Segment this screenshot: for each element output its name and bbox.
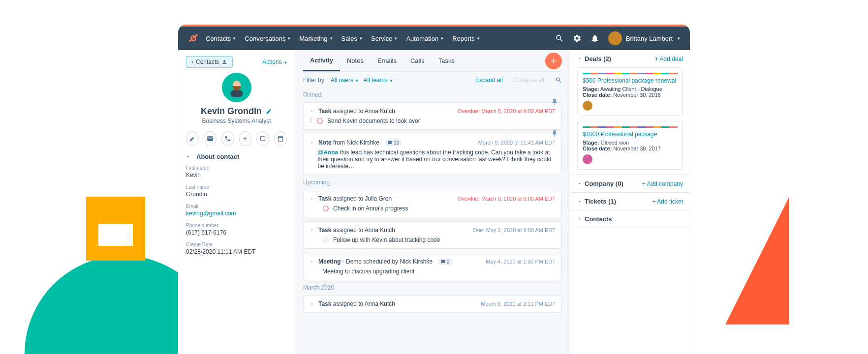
email-button[interactable] [204,131,217,146]
activity-date: March 9, 2020 at 2:11 PM EDT [481,301,556,307]
chevron-right-icon[interactable] [310,228,314,233]
drag-handle-icon[interactable] [310,118,311,122]
nav-items: Contacts▾ Conversations▾ Marketing▾ Sale… [206,35,555,42]
activity-date: Overdue: March 8, 2020 at 9:00 AM EDT [458,196,556,202]
comment-count[interactable]: 2 [438,259,452,265]
notifications-icon[interactable] [590,34,599,43]
activity-card[interactable]: Task assigned to Anna Kutch Due: May 2, … [303,221,562,249]
field-value: Kevin [186,172,287,178]
tab-calls[interactable]: Calls [403,50,432,71]
contact-field[interactable]: Last nameGrondin [186,184,287,198]
filter-users[interactable]: All users ▾ [331,77,358,84]
contact-field[interactable]: Phone number(617) 617-6176 [186,223,287,236]
field-label: First name [186,165,287,171]
tab-tasks[interactable]: Tasks [432,50,462,71]
group-march: March 2020 [303,284,562,291]
deal-title[interactable]: $1000 Professional package [583,131,678,138]
search-activity-icon[interactable] [555,77,562,84]
nav-right: Brittany Lambert ▾ [555,31,680,45]
top-nav: Contacts▾ Conversations▾ Marketing▾ Sale… [178,27,690,50]
tab-activity[interactable]: Activity [303,50,340,71]
activity-card[interactable]: Task assigned to Anna Kutch Overdue: Mar… [303,102,562,130]
tickets-header[interactable]: Tickets (1) + Add ticket [577,198,683,205]
chevron-down-icon [577,199,582,204]
left-panel: ‹ Contacts Actions ▾ Kevin Grondin Busin… [178,50,295,354]
app-window: Contacts▾ Conversations▾ Marketing▾ Sale… [178,25,690,354]
deal-card[interactable]: $500 Professional package renewal Stage:… [577,67,683,116]
company-header[interactable]: Company (0) + Add company [577,180,683,187]
create-button[interactable] [545,53,562,69]
add-ticket-button[interactable]: + Add ticket [652,198,683,205]
tab-notes[interactable]: Notes [340,50,371,71]
nav-sales[interactable]: Sales▾ [341,35,363,42]
search-icon[interactable] [555,34,564,43]
activity-card[interactable]: Task assigned to Anna Kutch March 9, 202… [303,295,562,313]
task-done-icon[interactable] [322,236,329,243]
back-contacts-button[interactable]: ‹ Contacts [186,56,233,68]
decorative-orange-triangle [725,197,789,324]
about-contact-header[interactable]: About contact [186,153,287,160]
settings-icon[interactable] [573,34,582,43]
hubspot-logo-icon[interactable] [188,33,199,44]
chevron-left-icon: ‹ [191,59,193,65]
actions-dropdown[interactable]: Actions ▾ [262,59,287,65]
filter-teams[interactable]: All teams ▾ [363,77,393,84]
field-label: Email [186,204,287,209]
chevron-right-icon[interactable] [310,301,314,306]
mention[interactable]: @Anna [317,149,338,156]
edit-icon[interactable] [266,108,272,115]
activity-card[interactable]: Meeting - Demo scheduled by Nick Kirshke… [303,253,562,280]
chevron-down-icon [577,57,582,61]
chevron-right-icon[interactable] [310,140,314,145]
svg-point-8 [317,118,323,124]
contact-field[interactable]: First nameKevin [186,165,287,178]
activity-date: Due: May 2, 2020 at 9:00 AM EDT [473,227,556,233]
chevron-right-icon[interactable] [310,259,314,264]
add-deal-button[interactable]: + Add deal [655,56,683,62]
contact-field[interactable]: Create Date02/28/2020 11:11 AM EDT [186,242,287,255]
nav-contacts[interactable]: Contacts▾ [206,35,236,42]
meeting-button[interactable] [274,131,287,146]
task-button[interactable] [256,131,269,146]
contact-field[interactable]: Emailkeving@gmail.com [186,204,287,217]
deal-card[interactable]: $1000 Professional package Stage: Closed… [577,121,683,170]
contact-avatar[interactable] [222,73,251,102]
svg-rect-7 [261,137,265,141]
note-button[interactable] [186,131,199,146]
pin-icon[interactable] [551,98,558,106]
tab-emails[interactable]: Emails [371,50,403,71]
person-icon [221,59,227,65]
add-company-button[interactable]: + Add company [642,180,683,187]
nav-marketing[interactable]: Marketing▾ [299,35,332,42]
nav-automation[interactable]: Automation▾ [406,35,443,42]
chevron-down-icon: ▾ [678,36,680,41]
activity-card[interactable]: Note from Nick Kirshke 10 March 9, 2020 … [303,134,562,175]
activity-date: March 9, 2020 at 11:41 AM EDT [478,140,556,146]
field-label: Phone number [186,223,287,228]
deal-owner-avatar [583,154,592,164]
log-button[interactable] [239,131,252,146]
group-pinned: Pinned [303,91,562,98]
chevron-down-icon [186,154,190,159]
field-value: (617) 617-6176 [186,229,287,236]
nav-service[interactable]: Service▾ [371,35,397,42]
expand-all[interactable]: Expand all [475,77,503,84]
chevron-right-icon[interactable] [310,196,314,201]
task-open-icon[interactable] [322,205,329,212]
task-open-icon[interactable] [316,118,323,124]
activity-card[interactable]: Task assigned to Julia Gron Overdue: Mar… [303,190,562,217]
nav-conversations[interactable]: Conversations▾ [245,35,290,42]
call-button[interactable] [221,131,234,146]
deals-header[interactable]: Deals (2) + Add deal [577,55,683,62]
user-menu[interactable]: Brittany Lambert ▾ [608,31,680,45]
deal-pipeline-bar [583,73,678,74]
contact-title: Business Systems Analyst [186,118,287,124]
contacts-header[interactable]: Contacts [577,215,683,223]
field-value: Grondin [186,191,287,198]
chevron-right-icon[interactable] [310,109,314,114]
comment-count[interactable]: 10 [385,140,402,146]
deal-title[interactable]: $500 Professional package renewal [583,77,678,84]
nav-reports[interactable]: Reports▾ [452,35,480,42]
pin-icon[interactable] [551,130,558,138]
activity-panel: Activity Notes Emails Calls Tasks Filter… [295,50,570,354]
